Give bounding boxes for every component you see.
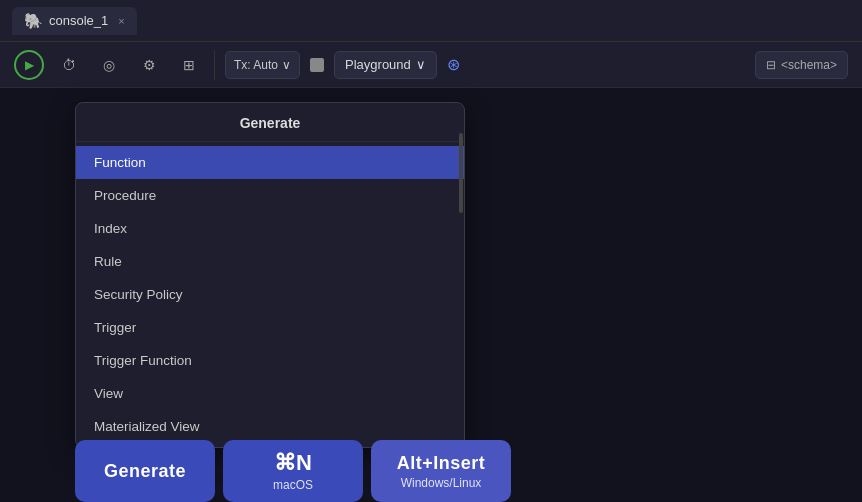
dropdown-header: Generate [76, 103, 464, 142]
run-button[interactable]: ▶ [14, 50, 44, 80]
grid-icon: ⊞ [183, 57, 195, 73]
explain-button[interactable]: ◎ [94, 50, 124, 80]
title-bar: 🐘 console_1 × [0, 0, 862, 42]
generate-list-item[interactable]: Trigger Function [76, 344, 464, 377]
console-tab[interactable]: 🐘 console_1 × [12, 7, 137, 35]
history-icon: ⏱ [62, 57, 76, 73]
schema-icon: ⊟ [766, 58, 776, 72]
generate-list-item[interactable]: Rule [76, 245, 464, 278]
scrollbar-track[interactable] [458, 103, 464, 447]
generate-shortcut-badge[interactable]: Generate [75, 440, 215, 502]
ai-icon[interactable]: ⊛ [447, 55, 460, 74]
stop-button[interactable] [310, 58, 324, 72]
main-content: Generate FunctionProcedureIndexRuleSecur… [0, 88, 862, 502]
schema-button[interactable]: ⊟ <schema> [755, 51, 848, 79]
generate-list-item[interactable]: Security Policy [76, 278, 464, 311]
generate-dropdown: Generate FunctionProcedureIndexRuleSecur… [75, 102, 465, 448]
playground-dropdown[interactable]: Playground ∨ [334, 51, 437, 79]
playground-label: Playground [345, 57, 411, 72]
tx-dropdown[interactable]: Tx: Auto ∨ [225, 51, 300, 79]
gear-icon: ⚙ [143, 57, 156, 73]
windows-shortcut-badge[interactable]: Alt+Insert Windows/Linux [371, 440, 511, 502]
circle-icon: ◎ [103, 57, 115, 73]
grid-button[interactable]: ⊞ [174, 50, 204, 80]
tx-label: Tx: Auto [234, 58, 278, 72]
windows-label: Windows/Linux [401, 476, 482, 490]
chevron-down-icon: ∨ [416, 57, 426, 72]
history-button[interactable]: ⏱ [54, 50, 84, 80]
settings-button[interactable]: ⚙ [134, 50, 164, 80]
generate-list-item[interactable]: Procedure [76, 179, 464, 212]
macos-label: macOS [273, 478, 313, 492]
generate-list-item[interactable]: Function [76, 146, 464, 179]
generate-list-item[interactable]: Index [76, 212, 464, 245]
generate-list-item[interactable]: Materialized View [76, 410, 464, 443]
toolbar: ▶ ⏱ ◎ ⚙ ⊞ Tx: Auto ∨ Playground ∨ ⊛ ⊟ <s… [0, 42, 862, 88]
generate-label: Generate [104, 461, 186, 482]
generate-list: FunctionProcedureIndexRuleSecurity Polic… [76, 142, 464, 447]
tab-name: console_1 [49, 13, 108, 28]
generate-list-item[interactable]: Trigger [76, 311, 464, 344]
scrollbar-thumb [459, 133, 463, 213]
postgres-icon: 🐘 [24, 12, 43, 30]
alt-insert-label: Alt+Insert [397, 453, 486, 474]
schema-label: <schema> [781, 58, 837, 72]
toolbar-divider [214, 50, 215, 80]
cmd-n-label: ⌘N [274, 450, 312, 476]
macos-shortcut-badge[interactable]: ⌘N macOS [223, 440, 363, 502]
shortcut-overlays: Generate ⌘N macOS Alt+Insert Windows/Lin… [75, 440, 519, 502]
chevron-down-icon: ∨ [282, 58, 291, 72]
play-icon: ▶ [25, 58, 34, 72]
tab-close-button[interactable]: × [118, 15, 124, 27]
generate-list-item[interactable]: View [76, 377, 464, 410]
